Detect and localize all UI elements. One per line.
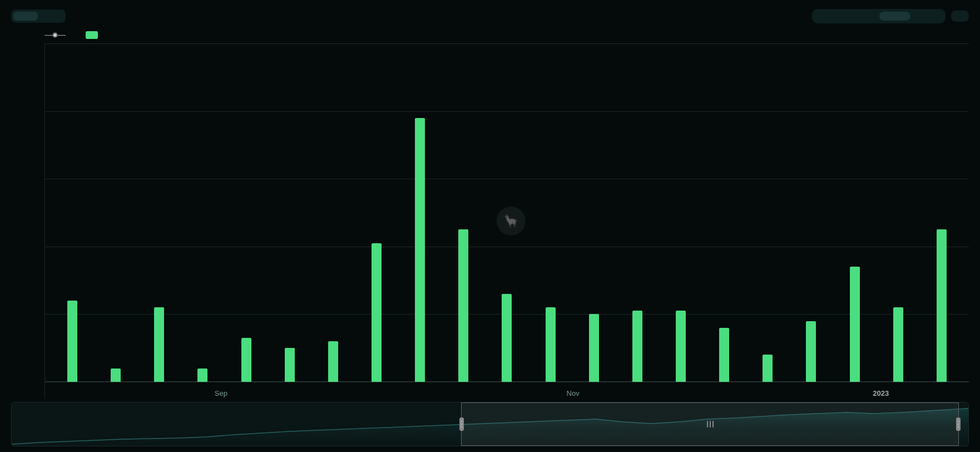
bar-group bbox=[789, 43, 833, 382]
x-axis-label: 2023 bbox=[873, 389, 889, 397]
x-axis-label: Sep bbox=[215, 389, 227, 397]
chart-bar[interactable] bbox=[719, 328, 729, 382]
chart-bar[interactable] bbox=[67, 301, 77, 382]
center-bar bbox=[707, 421, 708, 428]
bar-group bbox=[659, 43, 702, 382]
x-axis-label: Nov bbox=[567, 389, 580, 397]
defi-watermark: 🦙 bbox=[496, 207, 532, 235]
chart-bar[interactable] bbox=[546, 307, 556, 382]
bar-group bbox=[616, 43, 659, 382]
timeframe-cumulative-button[interactable] bbox=[912, 12, 943, 21]
chart-bar[interactable] bbox=[197, 369, 207, 382]
timeframe-daily-button[interactable] bbox=[815, 12, 846, 21]
minimap-center-indicator bbox=[707, 421, 714, 428]
chart-bar[interactable] bbox=[415, 118, 425, 382]
legend bbox=[11, 31, 969, 39]
chart-bar[interactable] bbox=[806, 321, 816, 382]
bar-group bbox=[398, 43, 442, 382]
chart-bar[interactable] bbox=[154, 307, 164, 382]
chart-bar[interactable] bbox=[285, 348, 295, 382]
x-axis-labels: SepNov2023MarMayJulSepNov2024 bbox=[45, 382, 969, 399]
chart-bar[interactable] bbox=[111, 369, 121, 382]
bar-group bbox=[355, 43, 398, 382]
bar-group bbox=[877, 43, 920, 382]
bar-group bbox=[920, 43, 963, 382]
chart-area: 🦙 SepNov2023MarMayJulSepNov2024 bbox=[11, 43, 969, 399]
bar-group bbox=[746, 43, 789, 382]
chart-bar[interactable] bbox=[241, 338, 251, 382]
bar-group bbox=[702, 43, 746, 382]
bar-group bbox=[833, 43, 877, 382]
bar-group bbox=[137, 43, 181, 382]
right-controls bbox=[812, 9, 969, 23]
center-bar bbox=[710, 421, 711, 428]
chart-bar[interactable] bbox=[937, 229, 947, 382]
chart-bar[interactable] bbox=[893, 307, 903, 382]
bar-group bbox=[311, 43, 355, 382]
tvl-dot-icon bbox=[52, 32, 58, 38]
bar-group bbox=[181, 43, 224, 382]
chart-bar[interactable] bbox=[372, 243, 382, 382]
time-toggle bbox=[812, 9, 946, 23]
center-bar bbox=[712, 421, 714, 428]
bar-group bbox=[51, 43, 94, 382]
timeframe-monthly-button[interactable] bbox=[879, 12, 910, 21]
legend-tvl bbox=[44, 32, 70, 38]
chart-bar[interactable] bbox=[328, 341, 338, 382]
bar-group bbox=[268, 43, 311, 382]
minimap-left-handle[interactable] bbox=[459, 417, 464, 431]
chart-bar[interactable] bbox=[589, 314, 599, 382]
top-bar bbox=[11, 9, 969, 23]
chart-bar[interactable] bbox=[502, 294, 512, 382]
handle-dot bbox=[461, 426, 462, 428]
currency-usd-button[interactable] bbox=[13, 12, 38, 21]
main-container: 🦙 SepNov2023MarMayJulSepNov2024 bbox=[0, 0, 980, 452]
y-axis bbox=[11, 43, 44, 399]
bar-group bbox=[225, 43, 268, 382]
legend-volume bbox=[86, 31, 102, 39]
handle-dot bbox=[958, 426, 959, 428]
handle-dot bbox=[461, 424, 462, 425]
minimap-selection-window[interactable] bbox=[461, 402, 958, 446]
chart-content: 🦙 SepNov2023MarMayJulSepNov2024 bbox=[44, 43, 969, 399]
chart-bar[interactable] bbox=[850, 267, 860, 382]
defi-logo-icon: 🦙 bbox=[496, 207, 525, 235]
currency-eth-button[interactable] bbox=[39, 12, 63, 21]
bar-group bbox=[572, 43, 616, 382]
volume-color-icon bbox=[86, 31, 98, 39]
handle-dot bbox=[461, 421, 462, 422]
chart-bar[interactable] bbox=[676, 311, 686, 382]
chart-bar[interactable] bbox=[458, 229, 468, 382]
bar-group bbox=[442, 43, 485, 382]
currency-toggle bbox=[11, 9, 66, 23]
chart-bar[interactable] bbox=[632, 311, 642, 382]
code-button[interactable] bbox=[951, 11, 969, 22]
timeframe-weekly-button[interactable] bbox=[847, 12, 878, 21]
bar-group bbox=[94, 43, 137, 382]
handle-dot bbox=[958, 421, 959, 422]
chart-bar[interactable] bbox=[763, 355, 773, 382]
minimap[interactable] bbox=[11, 402, 969, 446]
handle-dot bbox=[958, 424, 959, 425]
bar-group bbox=[529, 43, 572, 382]
minimap-right-handle[interactable] bbox=[956, 417, 961, 431]
